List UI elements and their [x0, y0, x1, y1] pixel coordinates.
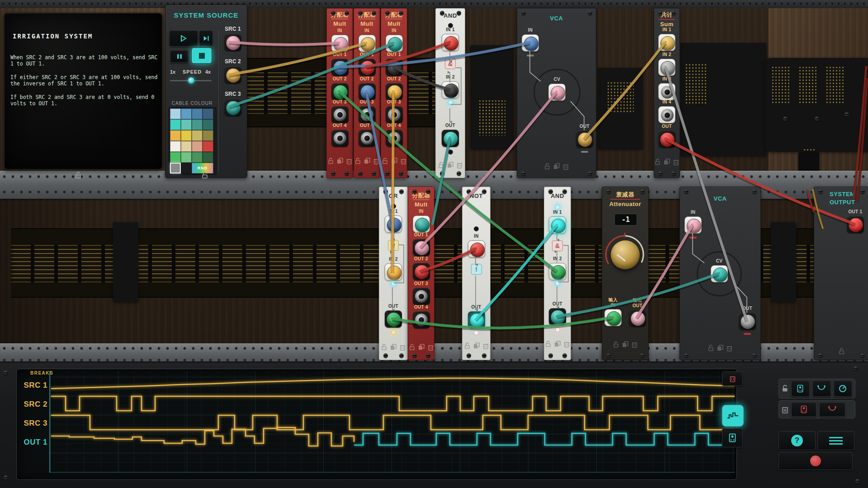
cable-colour-swatch-selected[interactable]: [170, 163, 181, 174]
pause-button[interactable]: [170, 50, 189, 63]
jack-in[interactable]: [413, 216, 430, 233]
jack-out1[interactable]: [359, 59, 376, 76]
copy-icon[interactable]: [391, 158, 397, 164]
jack-out4[interactable]: [359, 130, 376, 147]
cable-plug[interactable]: [360, 85, 375, 99]
trash-icon[interactable]: [457, 162, 462, 169]
cable-plug[interactable]: [334, 37, 348, 52]
jack-out2[interactable]: [386, 83, 403, 100]
cable-plug[interactable]: [387, 312, 401, 327]
jack-in[interactable]: [386, 35, 403, 52]
copy-icon[interactable]: [622, 341, 628, 347]
lock-icon[interactable]: [613, 341, 619, 348]
cable-plug[interactable]: [415, 218, 429, 232]
cable-colour-swatch[interactable]: [181, 152, 192, 163]
copy-icon[interactable]: [390, 344, 396, 350]
jack-out1[interactable]: [413, 239, 430, 256]
lock-icon[interactable]: [381, 344, 387, 351]
menu-button[interactable]: [817, 431, 854, 450]
jack-out[interactable]: [739, 313, 756, 330]
source-jack[interactable]: [224, 34, 241, 51]
empty-jack-socket[interactable]: [661, 86, 674, 99]
jack-out[interactable]: [442, 130, 459, 147]
jack-out[interactable]: [468, 311, 485, 328]
cable-plug[interactable]: [360, 61, 375, 75]
jack-in2[interactable]: [442, 81, 459, 99]
jack-out[interactable]: [549, 308, 566, 325]
lock-icon[interactable]: [545, 341, 551, 347]
lock-cable-button[interactable]: [812, 380, 831, 397]
empty-jack-socket[interactable]: [334, 108, 346, 121]
copy-icon[interactable]: [418, 344, 425, 350]
trash-icon[interactable]: [483, 343, 489, 349]
jack-in[interactable]: [522, 34, 539, 52]
jack-in[interactable]: [331, 35, 349, 52]
step-button[interactable]: [199, 30, 213, 47]
jack-in1[interactable]: [658, 34, 675, 51]
cable-plug[interactable]: [388, 37, 402, 52]
cable-plug[interactable]: [387, 218, 401, 232]
lock-icon[interactable]: [409, 344, 415, 351]
trash-icon[interactable]: [564, 341, 570, 347]
trash-icon[interactable]: [373, 158, 379, 164]
cable-plug[interactable]: [741, 314, 755, 329]
cable-plug[interactable]: [551, 310, 565, 324]
cable-plug[interactable]: [444, 84, 458, 98]
speed-slider-thumb[interactable]: [188, 77, 194, 84]
source-jack[interactable]: [224, 66, 241, 84]
jack-in[interactable]: [604, 309, 622, 326]
jack-in1[interactable]: [549, 216, 566, 234]
jack-cv[interactable]: [548, 84, 566, 101]
lock-icon[interactable]: [544, 163, 550, 170]
cable-plug[interactable]: [387, 61, 402, 75]
jack-out3[interactable]: [413, 288, 430, 305]
cable-colour-swatch[interactable]: [192, 119, 203, 130]
cable-plug[interactable]: [415, 241, 429, 255]
cable-plug[interactable]: [333, 61, 348, 75]
cable-plug[interactable]: [713, 267, 727, 282]
cable-colour-swatch[interactable]: [203, 141, 213, 152]
module-view-button[interactable]: [722, 428, 743, 447]
cable-plug[interactable]: [333, 85, 348, 99]
copy-icon[interactable]: [554, 341, 561, 347]
cable-plug[interactable]: [226, 36, 241, 50]
cable-plug[interactable]: [687, 219, 701, 233]
empty-jack-socket[interactable]: [361, 108, 373, 121]
jack-in2[interactable]: [549, 263, 566, 280]
lock-icon[interactable]: [464, 343, 470, 349]
jack-out3[interactable]: [359, 106, 376, 123]
cable-plug[interactable]: [361, 37, 375, 52]
jack-out2[interactable]: [413, 263, 430, 280]
cable-plug[interactable]: [387, 85, 402, 99]
copy-icon[interactable]: [364, 158, 370, 164]
cable-colour-swatch[interactable]: [192, 152, 203, 163]
cable-plug[interactable]: [524, 37, 538, 51]
cable-plug[interactable]: [226, 68, 241, 83]
lock-icon[interactable]: [839, 348, 844, 355]
cable-plug[interactable]: [631, 311, 645, 326]
cable-plug[interactable]: [660, 61, 675, 75]
copy-icon[interactable]: [473, 343, 480, 349]
help-button[interactable]: ?: [778, 431, 816, 450]
cable-colour-swatch[interactable]: [203, 108, 213, 119]
cable-colour-swatch[interactable]: [170, 152, 181, 163]
trash-icon[interactable]: [726, 345, 732, 352]
trash-icon[interactable]: [346, 158, 352, 164]
jack-out[interactable]: [658, 131, 675, 148]
jack-in1[interactable]: [442, 34, 459, 51]
jack-in2[interactable]: [385, 263, 402, 281]
trash-icon[interactable]: [400, 344, 406, 351]
jack-out4[interactable]: [331, 130, 349, 147]
empty-jack-socket[interactable]: [415, 290, 428, 303]
jack-out1[interactable]: [847, 216, 864, 233]
empty-jack-socket[interactable]: [415, 314, 428, 326]
trash-icon[interactable]: [401, 158, 406, 164]
attenuator-knob[interactable]: [611, 240, 640, 269]
cable-plug[interactable]: [660, 132, 675, 147]
trash-icon[interactable]: [673, 159, 679, 165]
cable-colour-swatch[interactable]: [181, 130, 192, 141]
cable-colour-swatch[interactable]: [181, 108, 192, 119]
cable-colour-swatch[interactable]: [192, 108, 203, 119]
record-button[interactable]: [778, 452, 853, 470]
cable-colour-swatch[interactable]: [170, 108, 181, 119]
